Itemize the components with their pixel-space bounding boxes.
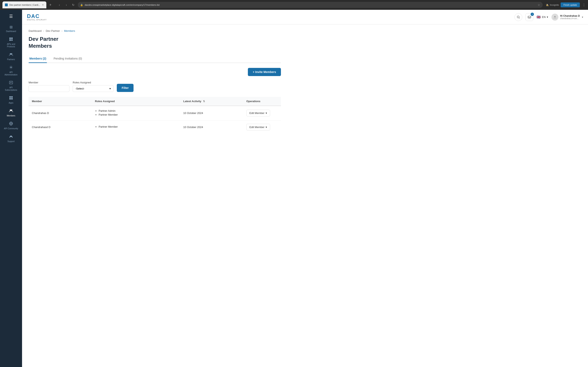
sidebar-label-apis: APIs and Products (3, 43, 18, 48)
sidebar-toggle-button[interactable]: ☰ (8, 12, 15, 20)
logo-dac: DAC (27, 13, 511, 19)
roles-cell-2: Partner Member (92, 120, 180, 134)
notification-button[interactable]: 0 (526, 13, 533, 21)
lock-icon: 🔒 (80, 4, 83, 6)
sidebar-label-subscriptions: API Subscriptions (3, 86, 18, 91)
subscriptions-icon (9, 81, 13, 86)
member-filter-label: Member (29, 81, 69, 84)
member-filter-group: Member (29, 81, 69, 92)
breadcrumb-dev-partner[interactable]: Dev Partner (46, 29, 60, 33)
logo-sub: DIGITAL APICRAFT (27, 19, 511, 21)
sort-icon[interactable]: ⇅ (203, 100, 205, 103)
roles-select-value: -Select- (75, 87, 85, 90)
sidebar-label-apps: Apps (9, 102, 13, 104)
language-selector[interactable]: 🇬🇧 EN ▾ (536, 15, 548, 19)
table-row: Chandrahasd D Partner Member 10 October … (29, 120, 281, 134)
tab-favicon (5, 3, 8, 6)
col-member: Member (29, 97, 92, 106)
edit-member-button-2[interactable]: Edit Member ▾ (246, 124, 270, 131)
browser-menu-button[interactable]: ⋮ (582, 3, 586, 7)
partners-icon (9, 52, 13, 58)
svg-point-12 (10, 109, 11, 111)
sidebar-item-apis-products[interactable]: APIs and Products (2, 35, 20, 50)
app-layout: ☰ ⊞ Dashboard APIs and Products (0, 10, 588, 367)
breadcrumb-sep-1: › (43, 29, 44, 33)
operations-1: Edit Member ▾ (243, 106, 281, 120)
main-content: Dashboard › Dev Partner › Members Dev Pa… (22, 25, 588, 367)
svg-point-6 (10, 67, 12, 68)
url-input[interactable] (85, 4, 536, 6)
sidebar-item-partners[interactable]: Partners (2, 50, 20, 63)
sidebar-item-apps[interactable]: Apps (2, 94, 20, 106)
browser-chrome: Dev partner members | Cardi... ✕ + ‹ › ↻… (0, 0, 588, 10)
language-label: EN (542, 16, 545, 18)
breadcrumb-dashboard[interactable]: Dashboard (29, 29, 42, 33)
community-icon (9, 122, 13, 127)
main-area: DAC DIGITAL APICRAFT 0 (22, 10, 588, 367)
role-item: Partner Member (99, 125, 177, 128)
svg-rect-7 (9, 81, 13, 84)
user-info: Hi Chandrahas D chandrahas.d+con... (560, 15, 580, 20)
apis-icon (9, 37, 13, 42)
filter-button[interactable]: Filter (117, 84, 134, 92)
sidebar-label-members: Members (7, 115, 15, 117)
logo: DAC DIGITAL APICRAFT (27, 13, 511, 21)
member-name-2: Chandrahasd D (29, 120, 92, 134)
search-button[interactable] (515, 13, 522, 21)
member-search-input[interactable] (31, 87, 66, 90)
topbar: DAC DIGITAL APICRAFT 0 (22, 10, 588, 25)
sidebar-item-support[interactable]: Support (2, 132, 20, 145)
member-filter-input-wrapper[interactable] (29, 85, 69, 92)
back-button[interactable]: ‹ (57, 2, 62, 8)
api-admin-icon (9, 65, 13, 70)
notification-icon (527, 15, 531, 19)
tab-bar: Dev partner members | Cardi... ✕ + (2, 1, 53, 8)
col-roles: Roles Assigned (92, 97, 180, 106)
reload-button[interactable]: ↻ (70, 2, 76, 8)
breadcrumb: Dashboard › Dev Partner › Members (29, 29, 281, 33)
activity-1: 10 October 2024 (180, 106, 243, 120)
new-tab-button[interactable]: + (48, 2, 53, 8)
svg-point-13 (11, 109, 12, 111)
member-name-1: Chandrahas D (29, 106, 92, 120)
roles-filter-label: Roles Assigned (73, 81, 113, 84)
tab-pending-invitations[interactable]: Pending Invitations (0) (53, 54, 83, 63)
roles-select[interactable]: -Select- ▾ (73, 85, 113, 92)
sidebar-item-members[interactable]: Members (2, 107, 20, 119)
incognito-icon: 🕵 (546, 4, 549, 6)
sidebar-label-partners: Partners (7, 58, 15, 61)
active-tab[interactable]: Dev partner members | Cardi... ✕ (2, 1, 46, 8)
sidebar-item-dashboard[interactable]: ⊞ Dashboard (2, 23, 20, 35)
svg-rect-1 (11, 38, 13, 39)
edit-member-button-1[interactable]: Edit Member ▾ (246, 110, 270, 117)
support-icon (9, 134, 13, 140)
svg-point-4 (10, 53, 11, 54)
browser-nav: ‹ › ↻ (57, 0, 76, 9)
sidebar-item-api-community[interactable]: API Community (2, 119, 20, 132)
page-title: Dev Partner Members (29, 36, 281, 50)
forward-button[interactable]: › (63, 2, 69, 8)
svg-rect-10 (9, 98, 11, 100)
sidebar-label-support: Support (7, 140, 15, 143)
svg-point-5 (11, 53, 12, 54)
invite-row: + Invite Members (29, 68, 281, 76)
sidebar-label-dashboard: Dashboard (6, 30, 16, 33)
svg-rect-9 (11, 96, 13, 98)
dashboard-icon: ⊞ (9, 25, 13, 29)
sidebar-item-api-subscriptions[interactable]: API Subscriptions (2, 78, 20, 93)
notification-badge: 0 (531, 13, 534, 16)
sidebar-item-api-admin[interactable]: API Administration (2, 63, 20, 78)
address-bar[interactable]: 🔒 ☆ (78, 2, 543, 8)
logo-area: DAC DIGITAL APICRAFT (27, 13, 511, 21)
finish-update-button[interactable]: Finish update (561, 2, 580, 7)
tab-members[interactable]: Members (2) (29, 54, 47, 63)
invite-members-button[interactable]: + Invite Members (248, 68, 281, 76)
tab-close-button[interactable]: ✕ (42, 3, 44, 6)
topbar-right: 0 🇬🇧 EN ▾ Hi Chandrahas D (515, 13, 583, 21)
role-item: Partner Member (99, 113, 177, 116)
svg-rect-15 (9, 137, 10, 138)
bookmark-icon[interactable]: ☆ (537, 3, 540, 7)
user-area[interactable]: Hi Chandrahas D chandrahas.d+con... ▾ (552, 14, 583, 21)
tab-title: Dev partner members | Cardi... (9, 4, 40, 6)
sidebar: ☰ ⊞ Dashboard APIs and Products (0, 10, 22, 367)
